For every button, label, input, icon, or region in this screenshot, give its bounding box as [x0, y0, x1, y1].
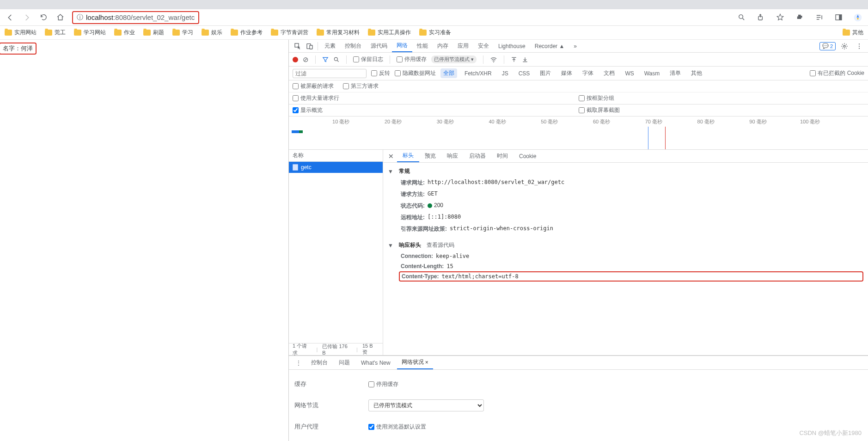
invert-checkbox[interactable]: 反转 [371, 69, 390, 77]
filter-other[interactable]: 其他 [688, 68, 705, 78]
svg-point-10 [859, 43, 860, 44]
drawer-disable-cache-checkbox[interactable]: 停用缓存 [368, 380, 398, 388]
address-bar[interactable]: ⓘ localhost:8080/servlet_02_war/getc [72, 11, 199, 24]
tab-console[interactable]: 控制台 [340, 40, 366, 52]
tab-network[interactable]: 网络 [392, 40, 412, 52]
close-details-button[interactable]: ✕ [385, 150, 397, 162]
thirdparty-checkbox[interactable]: 第三方请求 [343, 82, 379, 90]
large-rows-checkbox[interactable]: 使用大量请求行 [293, 94, 339, 102]
reading-list-icon[interactable] [813, 11, 825, 24]
bookmark-item[interactable]: 刷题 [143, 29, 164, 37]
detail-tab-preview[interactable]: 预览 [419, 150, 441, 162]
bookmark-item[interactable]: 实习准备 [419, 29, 451, 37]
search-lens-icon[interactable] [735, 11, 748, 24]
filter-input[interactable] [293, 69, 367, 78]
tab-performance[interactable]: 性能 [412, 40, 433, 52]
disable-cache-checkbox[interactable]: 停用缓存 [397, 55, 427, 63]
close-tab-icon[interactable]: × [425, 359, 428, 366]
filter-funnel-icon[interactable] [322, 56, 329, 63]
capture-screenshot-checkbox[interactable]: 截取屏幕截图 [579, 106, 620, 114]
bookmark-item[interactable]: 作业参考 [231, 29, 263, 37]
site-info-icon[interactable]: ⓘ [77, 13, 83, 22]
drawer-tab-network-conditions[interactable]: 网络状况× [397, 356, 433, 369]
bookmark-item[interactable]: 实用工具操作 [368, 29, 411, 37]
reload-button[interactable] [37, 11, 50, 24]
filter-fetch[interactable]: Fetch/XHR [462, 69, 495, 78]
preserve-log-checkbox[interactable]: 保留日志 [353, 55, 383, 63]
filter-wasm[interactable]: Wasm [642, 69, 663, 78]
view-source-link[interactable]: 查看源代码 [427, 241, 454, 249]
bookmark-item[interactable]: 学习网站 [74, 29, 106, 37]
issues-badge[interactable]: 💬2 [819, 42, 836, 50]
detail-tab-response[interactable]: 响应 [441, 150, 464, 162]
bookmark-item[interactable]: 字节青训营 [271, 29, 308, 37]
detail-tab-timing[interactable]: 时间 [491, 150, 513, 162]
filter-manifest[interactable]: 清单 [667, 68, 684, 78]
section-response-headers[interactable]: ▼响应标头查看源代码 [388, 239, 863, 251]
share-icon[interactable] [754, 11, 767, 24]
tab-lighthouse[interactable]: Lighthouse [494, 40, 530, 52]
home-button[interactable] [54, 11, 67, 24]
tab-more[interactable]: » [569, 40, 581, 52]
import-har-icon[interactable] [511, 56, 517, 63]
folder-icon [231, 30, 238, 36]
clear-icon[interactable]: ⊘ [303, 55, 309, 64]
blocked-cookie-checkbox[interactable]: 有已拦截的 Cookie [810, 69, 864, 77]
sidepanel-icon[interactable] [832, 11, 845, 24]
drawer-tab-issues[interactable]: 问题 [334, 356, 355, 369]
kebab-menu-icon[interactable] [853, 40, 865, 52]
bookmark-item[interactable]: 莞工 [45, 29, 66, 37]
svg-point-5 [857, 18, 858, 19]
throttling-dropdown[interactable]: 已停用节流模式 ▾ [431, 55, 477, 63]
filter-media[interactable]: 媒体 [558, 68, 575, 78]
detail-tab-initiator[interactable]: 启动器 [464, 150, 491, 162]
bookmark-item[interactable]: 实用网站 [5, 29, 37, 37]
drawer-ua-default-checkbox[interactable]: 使用浏览器默认设置 [368, 423, 426, 431]
bookmark-star-icon[interactable] [774, 11, 787, 24]
filter-js[interactable]: JS [499, 69, 511, 78]
tab-memory[interactable]: 内存 [433, 40, 453, 52]
tab-recorder[interactable]: Recorder ▲ [530, 40, 569, 52]
bookmark-overflow[interactable]: 其他 [843, 29, 863, 37]
extensions-icon[interactable] [793, 11, 806, 24]
kebab-menu-icon[interactable]: ⋮ [293, 357, 305, 369]
column-header-name[interactable]: 名称 [289, 150, 383, 162]
drawer-tab-console[interactable]: 控制台 [306, 356, 332, 369]
blocked-requests-checkbox[interactable]: 被屏蔽的请求 [293, 82, 334, 90]
detail-tab-cookies[interactable]: Cookie [513, 150, 542, 162]
bookmark-item[interactable]: 娱乐 [202, 29, 222, 37]
bookmark-item[interactable]: 学习 [172, 29, 193, 37]
drawer-tab-whatsnew[interactable]: What's New [356, 356, 395, 369]
filter-css[interactable]: CSS [516, 69, 533, 78]
device-toolbar-icon[interactable] [304, 40, 316, 52]
search-icon[interactable] [333, 56, 340, 63]
bookmark-item[interactable]: 常用复习材料 [317, 29, 360, 37]
bookmark-item[interactable]: 作业 [114, 29, 135, 37]
profile-avatar[interactable] [851, 11, 864, 24]
folder-icon [143, 30, 151, 36]
forward-button[interactable] [20, 11, 33, 24]
section-general[interactable]: ▼常规 [388, 165, 863, 177]
wifi-icon[interactable] [490, 56, 497, 63]
back-button[interactable] [4, 11, 17, 24]
show-overview-checkbox[interactable]: 显示概览 [293, 106, 323, 114]
tab-security[interactable]: 安全 [473, 40, 494, 52]
hide-dataurl-checkbox[interactable]: 隐藏数据网址 [395, 69, 436, 77]
tab-sources[interactable]: 源代码 [366, 40, 392, 52]
detail-tab-headers[interactable]: 标头 [397, 150, 419, 162]
filter-font[interactable]: 字体 [580, 68, 596, 78]
inspect-element-icon[interactable] [292, 40, 304, 52]
filter-all[interactable]: 全部 [440, 68, 457, 78]
export-har-icon[interactable] [522, 56, 528, 63]
settings-gear-icon[interactable] [838, 40, 850, 52]
tab-application[interactable]: 应用 [453, 40, 473, 52]
record-button[interactable] [293, 57, 298, 62]
tab-elements[interactable]: 元素 [320, 40, 340, 52]
network-timeline[interactable]: 10 毫秒 20 毫秒 30 毫秒 40 毫秒 50 毫秒 60 毫秒 70 毫… [289, 116, 868, 150]
group-by-frame-checkbox[interactable]: 按框架分组 [579, 94, 614, 102]
filter-ws[interactable]: WS [622, 69, 636, 78]
request-row[interactable]: getc [289, 162, 383, 173]
filter-doc[interactable]: 文档 [601, 68, 617, 78]
filter-img[interactable]: 图片 [537, 68, 554, 78]
drawer-throttle-select[interactable]: 已停用节流模式 [368, 399, 484, 411]
